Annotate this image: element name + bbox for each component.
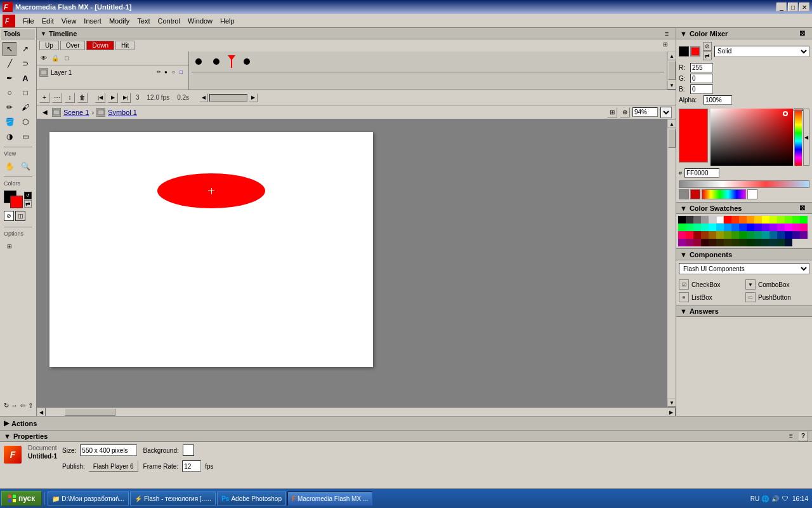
timeline-options[interactable]: ≡ [662, 29, 672, 38]
scale-tool[interactable]: ↔ [11, 398, 18, 412]
props-help[interactable]: ? [798, 431, 808, 441]
spectrum-swatch[interactable] [702, 189, 746, 199]
comp-checkbox[interactable]: ☑ CheckBox [679, 279, 743, 290]
swatch[interactable] [678, 216, 686, 224]
swatch[interactable] [686, 231, 693, 239]
minimize-button[interactable]: _ [776, 3, 787, 11]
swap-colors-tool[interactable]: ⇄ [703, 51, 712, 60]
swatches-expand[interactable]: ⊠ [799, 204, 808, 213]
swatch[interactable] [777, 239, 785, 246]
breadcrumb-symbol1[interactable]: Symbol 1 [108, 109, 137, 116]
swatch[interactable] [785, 231, 792, 239]
swatch[interactable] [762, 224, 769, 231]
stage-hscroll-left[interactable]: ◀ [37, 408, 46, 416]
tl-scroll-down[interactable]: ▼ [667, 81, 676, 90]
stage-hscroll-right[interactable]: ▶ [667, 408, 676, 416]
swatch[interactable] [731, 216, 739, 224]
tray-network[interactable]: 🌐 [761, 494, 769, 503]
swatch[interactable] [693, 216, 701, 224]
rotate-tool[interactable]: ↻ [3, 398, 10, 412]
timeline-collapse[interactable]: ▼ [41, 30, 46, 37]
layer-1-lock[interactable]: ○ [172, 69, 178, 76]
eyedropper-tool[interactable]: ◑ [3, 130, 16, 144]
tray-lang[interactable]: RU [750, 494, 759, 503]
swatch[interactable] [701, 224, 709, 231]
menu-insert[interactable]: Insert [80, 16, 105, 26]
taskbar-app-2[interactable]: ⚡ Flash - технология [..… [130, 491, 216, 505]
color-mixer-header[interactable]: ▼ Color Mixer ⊠ [676, 28, 812, 39]
menu-window[interactable]: Window [184, 16, 216, 26]
stage-vscroll-down[interactable]: ▼ [667, 398, 676, 407]
swatch[interactable] [678, 231, 686, 239]
swatch[interactable] [785, 239, 792, 246]
add-layer-btn[interactable]: + [39, 93, 49, 103]
layer-1-pencil[interactable]: ✏ [157, 69, 163, 76]
swatch[interactable] [724, 231, 731, 239]
swatch[interactable] [785, 216, 792, 224]
swatch[interactable] [724, 224, 731, 231]
comp-combobox[interactable]: ▼ ComboBox [745, 279, 809, 290]
color-to-white-btn[interactable]: ◫ [15, 211, 25, 221]
swatch[interactable] [678, 239, 686, 246]
menu-view[interactable]: View [58, 16, 81, 26]
maximize-button[interactable]: □ [788, 3, 798, 11]
answers-header[interactable]: ▼ Answers [676, 305, 812, 317]
swatch[interactable] [747, 239, 754, 246]
stage-vscroll-up[interactable]: ▲ [667, 119, 676, 128]
swatch[interactable] [792, 216, 800, 224]
flip-h-tool[interactable]: ⇦ [20, 398, 26, 412]
swatch[interactable] [716, 239, 724, 246]
oval-tool[interactable]: ○ [3, 86, 16, 100]
hand-tool[interactable]: ✋ [3, 159, 16, 173]
gradient-picker[interactable] [710, 109, 793, 166]
taskbar-app-3[interactable]: Ps Adobe Photoshop [217, 491, 286, 505]
zoom-tool[interactable]: 🔍 [18, 159, 32, 173]
gray-swatch[interactable] [679, 189, 689, 199]
swatch[interactable] [747, 224, 754, 231]
red-swatch-bottom[interactable] [690, 189, 700, 199]
play-btn[interactable]: ▶ [108, 93, 118, 103]
swatch[interactable] [701, 216, 709, 224]
snap-btn[interactable]: ⊞ [3, 239, 16, 253]
hex-input[interactable] [684, 168, 719, 178]
close-button[interactable]: ✕ [799, 3, 809, 11]
r-input[interactable] [690, 63, 713, 72]
swatch[interactable] [709, 239, 716, 246]
text-tool[interactable]: A [18, 71, 32, 85]
props-options[interactable]: ≡ [787, 432, 796, 441]
add-motion-btn[interactable]: ↕ [65, 93, 75, 103]
swatch[interactable] [769, 239, 777, 246]
menu-help[interactable]: Help [216, 16, 239, 26]
zoom-dropdown[interactable]: ▼ [660, 107, 672, 118]
menu-modify[interactable]: Modify [105, 16, 133, 26]
swatch[interactable] [762, 239, 769, 246]
reset-colors-btn[interactable]: ↺ [24, 192, 32, 199]
swatch[interactable] [777, 216, 785, 224]
stage-back-btn[interactable]: ◀ [41, 108, 49, 117]
fill-indicator[interactable] [690, 46, 700, 57]
frame-scroll[interactable] [209, 94, 247, 102]
props-fps-input[interactable] [182, 460, 201, 472]
swatch[interactable] [731, 231, 739, 239]
swatch[interactable] [800, 216, 808, 224]
swatch[interactable] [693, 231, 701, 239]
color-mixer-expand[interactable]: ⊠ [799, 29, 808, 38]
pen-tool[interactable]: ✒ [3, 71, 16, 85]
swatch[interactable] [792, 231, 800, 239]
swatch[interactable] [678, 224, 686, 231]
swatch[interactable] [709, 224, 716, 231]
swatch[interactable] [724, 216, 731, 224]
rect-tool[interactable]: □ [18, 86, 32, 100]
last-frame-btn[interactable]: ▶| [121, 93, 131, 103]
swatch[interactable] [716, 224, 724, 231]
zoom-input[interactable] [632, 107, 658, 117]
state-over[interactable]: Over [60, 41, 86, 50]
white-swatch-bottom[interactable] [747, 189, 757, 199]
swap-colors-btn[interactable]: ⇄ [24, 200, 32, 208]
tl-scroll-up[interactable]: ▲ [667, 51, 676, 60]
publish-btn[interactable]: Flash Player 6 [89, 460, 138, 472]
swatch[interactable] [777, 231, 785, 239]
swatch[interactable] [686, 239, 693, 246]
line-tool[interactable]: ╱ [3, 57, 16, 70]
color-type-select[interactable]: Solid [714, 46, 809, 57]
